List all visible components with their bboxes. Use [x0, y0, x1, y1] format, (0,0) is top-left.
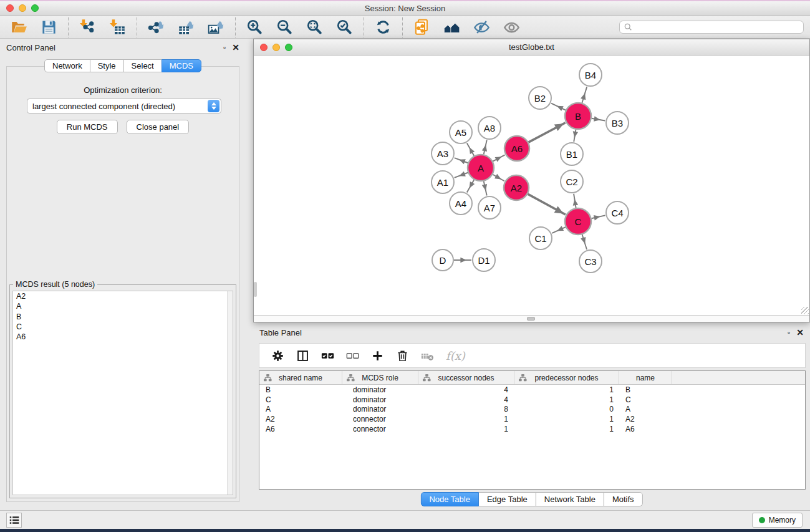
close-panel-icon[interactable]: ✕ — [232, 43, 239, 52]
mcds-result-item[interactable]: C — [13, 322, 233, 332]
edge-A2-C[interactable] — [528, 194, 565, 215]
gear-icon[interactable] — [271, 349, 284, 362]
vertical-scrollbar-thumb[interactable] — [254, 282, 257, 297]
import-table-icon[interactable] — [109, 19, 126, 36]
zoom-selected-icon[interactable] — [336, 19, 353, 36]
zoom-fit-icon[interactable] — [306, 19, 323, 36]
edge-B-B3[interactable] — [592, 116, 605, 121]
table-row[interactable]: Bdominator41B — [259, 385, 805, 395]
edge-A-A5[interactable] — [467, 143, 475, 155]
edge-C-C4[interactable] — [591, 215, 605, 220]
table-row[interactable]: A2connector11A2 — [259, 414, 805, 424]
close-panel-button[interactable]: Close panel — [127, 120, 190, 134]
new-network-selection-icon[interactable] — [413, 19, 430, 36]
column-header-shared-name[interactable]: shared name — [259, 371, 342, 384]
float-table-panel-icon[interactable]: ▫ — [788, 329, 790, 336]
houses-icon[interactable] — [443, 19, 460, 36]
close-table-panel-icon[interactable]: ✕ — [796, 328, 804, 337]
node-D[interactable]: D — [432, 249, 453, 271]
memory-button[interactable]: Memory — [752, 513, 803, 528]
node-A6[interactable]: A6 — [504, 136, 529, 161]
edge-A6-B[interactable] — [529, 123, 566, 142]
search-input[interactable] — [619, 21, 804, 34]
table-row[interactable]: Adominator80A — [259, 405, 805, 415]
task-history-button[interactable] — [6, 513, 22, 528]
node-A2[interactable]: A2 — [504, 175, 529, 200]
eye-slash-icon[interactable] — [473, 19, 490, 36]
table-row[interactable]: Cdominator41C — [259, 395, 805, 405]
zoom-out-icon[interactable] — [276, 19, 293, 36]
node-A3[interactable]: A3 — [432, 142, 454, 165]
node-C1[interactable]: C1 — [529, 227, 552, 249]
edge-A-A3[interactable] — [455, 158, 468, 164]
node-A7[interactable]: A7 — [478, 196, 501, 219]
save-icon[interactable] — [41, 19, 57, 36]
edge-C-C1[interactable] — [552, 226, 566, 233]
edge-C-C3[interactable] — [581, 235, 587, 249]
split-columns-icon[interactable] — [296, 349, 309, 362]
edge-A-A4[interactable] — [467, 180, 475, 192]
list-scrollbar[interactable] — [227, 291, 233, 495]
node-A8[interactable]: A8 — [478, 117, 501, 139]
column-header-name[interactable]: name — [619, 371, 672, 384]
zoom-in-icon[interactable] — [246, 19, 263, 36]
mcds-result-item[interactable]: B — [13, 312, 233, 322]
window-resize-grip[interactable] — [801, 307, 809, 314]
check-pair-icon[interactable] — [321, 349, 334, 362]
tab-style[interactable]: Style — [90, 59, 124, 72]
node-C4[interactable]: C4 — [606, 201, 629, 224]
edge-A-A1[interactable] — [455, 172, 468, 178]
plus-icon[interactable] — [371, 349, 384, 362]
column-header-MCDS-role[interactable]: MCDS role — [342, 371, 418, 384]
table-row[interactable]: A6connector11A6 — [259, 424, 805, 434]
run-mcds-button[interactable]: Run MCDS — [57, 120, 118, 134]
refresh-icon[interactable] — [375, 19, 392, 36]
tab-network-table[interactable]: Network Table — [536, 492, 604, 506]
mcds-result-item[interactable]: A2 — [13, 291, 233, 301]
edge-A-A7[interactable] — [482, 181, 487, 195]
optimization-criterion-select[interactable]: largest connected component (directed) — [27, 99, 221, 114]
tab-network[interactable]: Network — [44, 59, 90, 72]
edge-C-C2[interactable] — [573, 194, 578, 208]
tab-edge-table[interactable]: Edge Table — [478, 492, 536, 506]
eye-icon[interactable] — [503, 19, 520, 36]
edge-D-D1[interactable] — [454, 258, 471, 263]
horizontal-scrollbar-thumb[interactable] — [527, 317, 535, 321]
node-B4[interactable]: B4 — [579, 64, 602, 86]
node-D1[interactable]: D1 — [473, 249, 495, 271]
edge-B-B2[interactable] — [551, 104, 566, 111]
edge-A-A6[interactable] — [493, 155, 504, 162]
tab-mcds[interactable]: MCDS — [162, 59, 201, 72]
node-A[interactable]: A — [468, 155, 494, 181]
uncheck-pair-icon[interactable] — [346, 349, 359, 362]
mcds-result-item[interactable]: A6 — [13, 332, 233, 342]
mcds-result-item[interactable]: A — [13, 301, 233, 311]
mcds-result-list[interactable]: A2ABCA6 — [12, 291, 233, 495]
node-A1[interactable]: A1 — [432, 171, 454, 193]
tab-select[interactable]: Select — [123, 59, 162, 72]
node-B3[interactable]: B3 — [606, 112, 629, 134]
trash-icon[interactable] — [396, 349, 409, 362]
node-B2[interactable]: B2 — [529, 87, 551, 109]
node-B[interactable]: B — [565, 103, 591, 129]
node-C2[interactable]: C2 — [561, 170, 583, 193]
node-C[interactable]: C — [565, 208, 591, 235]
node-B1[interactable]: B1 — [561, 143, 583, 165]
float-panel-icon[interactable]: ▫ — [223, 44, 226, 51]
node-A4[interactable]: A4 — [450, 192, 472, 215]
node-A5[interactable]: A5 — [450, 121, 472, 143]
edge-B-B1[interactable] — [573, 130, 578, 142]
import-network-icon[interactable] — [79, 19, 96, 36]
node-C3[interactable]: C3 — [579, 250, 602, 273]
tab-motifs[interactable]: Motifs — [604, 492, 643, 506]
tab-node-table[interactable]: Node Table — [420, 492, 479, 506]
network-canvas[interactable]: B4B2BB3A8A5A6A3B1AA1C2A2A4A7C4CC1C3DD1 — [254, 56, 809, 315]
column-header-successor-nodes[interactable]: successor nodes — [418, 371, 514, 384]
edge-A-A2[interactable] — [493, 174, 504, 181]
edge-B-B4[interactable] — [581, 87, 587, 103]
open-folder-icon[interactable] — [11, 19, 27, 36]
export-network-icon[interactable] — [148, 19, 165, 36]
export-image-icon[interactable] — [208, 19, 224, 36]
edge-A-A8[interactable] — [482, 140, 487, 155]
export-table-icon[interactable] — [178, 19, 195, 36]
